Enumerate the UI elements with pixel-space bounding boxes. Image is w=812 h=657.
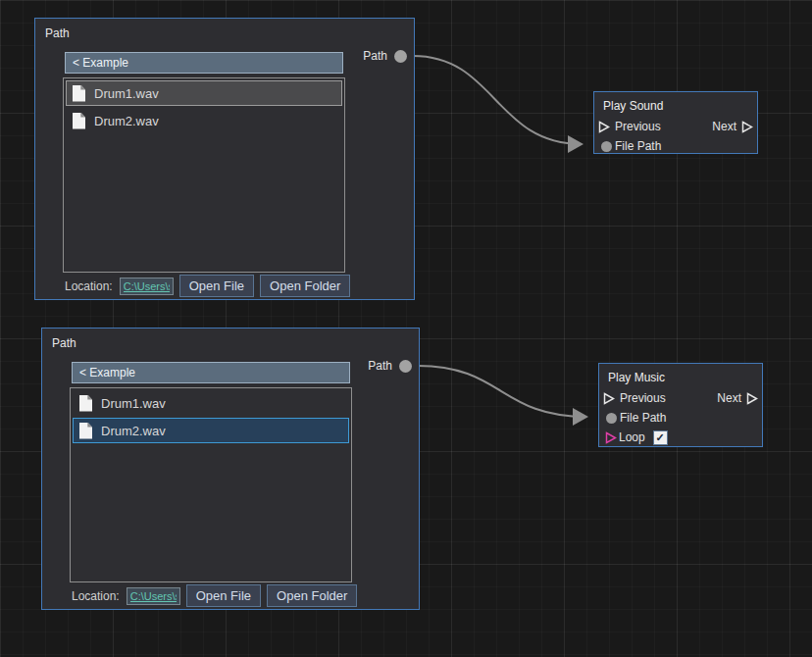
- example-preset-dropdown[interactable]: < Example: [72, 362, 350, 383]
- open-folder-button[interactable]: Open Folder: [267, 584, 357, 607]
- file-path-input-port[interactable]: [601, 141, 612, 152]
- file-path-label: File Path: [620, 411, 666, 425]
- file-icon: [73, 85, 85, 102]
- wire-path2-to-play-music: [418, 366, 586, 417]
- file-path-label: File Path: [615, 139, 661, 153]
- previous-label: Previous: [615, 120, 661, 133]
- list-item[interactable]: Drum2.wav: [66, 108, 342, 133]
- path-output-port[interactable]: [394, 50, 407, 63]
- open-file-button[interactable]: Open File: [186, 584, 261, 607]
- file-path-input-port[interactable]: [606, 413, 617, 424]
- location-input[interactable]: [127, 587, 180, 605]
- play-music-node[interactable]: Play Music Previous Next File Path: [598, 363, 763, 447]
- location-label: Location:: [72, 589, 120, 603]
- checkmark-icon: ✓: [656, 432, 665, 443]
- file-name: Drum2.wav: [94, 114, 159, 128]
- path-output-port[interactable]: [399, 360, 412, 373]
- previous-label: Previous: [620, 391, 666, 405]
- location-input[interactable]: [120, 278, 174, 295]
- file-name: Drum2.wav: [101, 424, 166, 438]
- file-listbox[interactable]: Drum1.wav Drum2.wav: [70, 387, 352, 582]
- file-name: Drum1.wav: [94, 86, 159, 101]
- file-icon: [73, 113, 85, 129]
- list-item[interactable]: Drum1.wav: [73, 390, 349, 416]
- previous-exec-port-icon[interactable]: [598, 121, 610, 133]
- file-listbox[interactable]: Drum1.wav Drum2.wav: [63, 77, 345, 273]
- loop-input-port-icon[interactable]: [605, 431, 617, 444]
- node-title: Play Sound: [594, 92, 757, 117]
- location-label: Location:: [65, 279, 113, 293]
- loop-checkbox[interactable]: ✓: [653, 430, 668, 445]
- node-title: Path: [42, 328, 419, 350]
- next-label: Next: [712, 120, 736, 133]
- path-output-label: Path: [368, 359, 392, 373]
- open-file-button[interactable]: Open File: [179, 275, 254, 297]
- node-editor-canvas[interactable]: Path < Example Drum1.wav Drum2.wav Locat…: [0, 0, 812, 657]
- path-node-2[interactable]: Path < Example Drum1.wav Drum2.wav Locat…: [41, 328, 420, 610]
- path-node-1[interactable]: Path < Example Drum1.wav Drum2.wav Locat…: [34, 18, 415, 300]
- next-exec-port-icon[interactable]: [746, 392, 758, 405]
- list-item[interactable]: Drum1.wav: [66, 80, 342, 106]
- next-exec-port-icon[interactable]: [741, 121, 753, 133]
- previous-exec-port-icon[interactable]: [603, 392, 615, 405]
- file-icon: [79, 423, 92, 439]
- file-icon: [79, 395, 92, 412]
- play-sound-node[interactable]: Play Sound Previous Next File Path: [593, 91, 758, 154]
- example-preset-dropdown[interactable]: < Example: [65, 52, 343, 74]
- path-output-label: Path: [363, 49, 387, 63]
- list-item[interactable]: Drum2.wav: [73, 418, 349, 443]
- wire-path1-to-play-sound: [413, 56, 582, 144]
- open-folder-button[interactable]: Open Folder: [260, 275, 350, 297]
- file-name: Drum1.wav: [101, 396, 166, 411]
- next-label: Next: [717, 391, 741, 405]
- node-title: Path: [35, 19, 414, 40]
- loop-label: Loop: [619, 430, 645, 444]
- node-title: Play Music: [599, 364, 762, 388]
